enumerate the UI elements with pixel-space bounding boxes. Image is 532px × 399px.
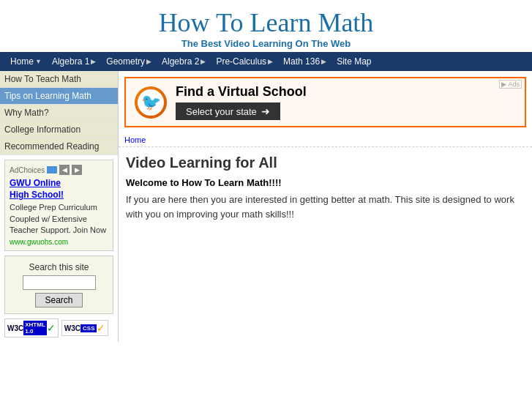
page-content: Video Learning for All Welcome to How To… bbox=[119, 147, 532, 228]
banner-text: Find a Virtual School Select your state … bbox=[176, 84, 516, 120]
nav-geometry-arrow: ▶ bbox=[146, 58, 151, 65]
ad-next-button[interactable]: ▶ bbox=[72, 165, 82, 175]
ad-title[interactable]: GWU OnlineHigh School! bbox=[10, 178, 108, 201]
nav-geometry-label: Geometry bbox=[106, 56, 145, 67]
nav-home-label: Home bbox=[10, 56, 34, 67]
nav-item-algebra1[interactable]: Algebra 1▶ bbox=[48, 55, 100, 68]
css-badge[interactable]: W3C CSS ✓ bbox=[61, 320, 109, 336]
nav-item-home[interactable]: Home▼ bbox=[6, 55, 46, 68]
content-title: Video Learning for All bbox=[126, 154, 525, 171]
css-label: CSS bbox=[80, 324, 97, 332]
school-icon: 🐦 bbox=[135, 86, 167, 119]
nav-item-algebra2[interactable]: Algebra 2▶ bbox=[157, 55, 210, 68]
search-button[interactable]: Search bbox=[35, 293, 82, 307]
sidebar-item-reading[interactable]: Recommended Reading bbox=[0, 138, 118, 155]
banner-select-button[interactable]: Select your state ➜ bbox=[176, 102, 280, 120]
main-content: ▶ Ads 🐦 Find a Virtual School Select you… bbox=[119, 71, 532, 342]
xhtml-badge[interactable]: W3C XHTML1.0 ✓ bbox=[4, 318, 59, 338]
nav-home-arrow: ▼ bbox=[35, 58, 42, 65]
w3c-label: W3C bbox=[7, 324, 23, 332]
nav-item-precalculus[interactable]: Pre-Calculus▶ bbox=[211, 55, 277, 68]
search-input[interactable] bbox=[23, 275, 96, 290]
sidebar-item-teach[interactable]: How To Teach Math bbox=[0, 71, 118, 88]
site-title: How To Learn Math bbox=[0, 7, 532, 38]
sidebar-item-why[interactable]: Why Math? bbox=[0, 105, 118, 122]
nav-item-math136[interactable]: Math 136▶ bbox=[279, 55, 331, 68]
site-subtitle: The Best Video Learning On The Web bbox=[0, 38, 532, 49]
ad-choices-icon bbox=[47, 166, 57, 174]
ad-choices-bar: AdChoices ◀ ▶ bbox=[10, 165, 108, 175]
sidebar-nav: How To Teach Math Tips on Learning Math … bbox=[0, 71, 118, 155]
page-layout: How To Teach Math Tips on Learning Math … bbox=[0, 71, 532, 342]
main-ad-banner: ▶ Ads 🐦 Find a Virtual School Select you… bbox=[124, 77, 526, 127]
ad-url[interactable]: www.gwuohs.com bbox=[10, 238, 108, 246]
nav-math136-label: Math 136 bbox=[283, 56, 320, 67]
nav-sitemap-label: Site Map bbox=[337, 56, 371, 67]
nav-precalculus-arrow: ▶ bbox=[268, 58, 273, 65]
ad-prev-button[interactable]: ◀ bbox=[59, 165, 70, 175]
breadcrumb[interactable]: Home bbox=[119, 133, 532, 147]
nav-algebra1-label: Algebra 1 bbox=[52, 56, 89, 67]
banner-title: Find a Virtual School bbox=[176, 84, 516, 100]
welcome-body: If you are here then you are interested … bbox=[126, 193, 525, 221]
school-icon-inner: 🐦 bbox=[138, 89, 164, 116]
w3c-css-label: W3C bbox=[64, 324, 80, 332]
breadcrumb-home[interactable]: Home bbox=[124, 135, 146, 144]
ad-body: College Prep Curriculum Coupled w/ Exten… bbox=[10, 202, 108, 236]
css-check: ✓ bbox=[97, 322, 105, 334]
nav-item-geometry[interactable]: Geometry▶ bbox=[102, 55, 156, 68]
sidebar-item-college[interactable]: College Information bbox=[0, 122, 118, 138]
xhtml-label: XHTML1.0 bbox=[23, 321, 47, 335]
ad-tag: ▶ Ads bbox=[499, 80, 522, 89]
ad-choices-label: AdChoices bbox=[10, 166, 45, 174]
banner-button-label: Select your state bbox=[186, 106, 257, 117]
sidebar-item-tips[interactable]: Tips on Learning Math bbox=[0, 88, 118, 105]
nav-algebra2-label: Algebra 2 bbox=[162, 56, 199, 67]
w3c-badges: W3C XHTML1.0 ✓ W3C CSS ✓ bbox=[4, 318, 113, 338]
sidebar-ad: AdChoices ◀ ▶ GWU OnlineHigh School! Col… bbox=[4, 160, 113, 251]
nav-precalculus-label: Pre-Calculus bbox=[216, 56, 266, 67]
banner-arrow-icon: ➜ bbox=[261, 105, 270, 117]
search-label: Search this site bbox=[11, 262, 107, 272]
nav-math136-arrow: ▶ bbox=[321, 58, 326, 65]
sidebar: How To Teach Math Tips on Learning Math … bbox=[0, 71, 119, 342]
search-box: Search this site Search bbox=[4, 256, 113, 314]
school-bird-icon: 🐦 bbox=[141, 93, 161, 112]
nav-item-sitemap[interactable]: Site Map bbox=[332, 55, 375, 68]
page-header: How To Learn Math The Best Video Learnin… bbox=[0, 0, 532, 52]
main-nav: Home▼ Algebra 1▶ Geometry▶ Algebra 2▶ Pr… bbox=[0, 52, 532, 71]
xhtml-check: ✓ bbox=[47, 322, 56, 334]
nav-algebra2-arrow: ▶ bbox=[201, 58, 206, 65]
nav-algebra1-arrow: ▶ bbox=[91, 58, 96, 65]
welcome-heading: Welcome to How To Learn Math!!!! bbox=[126, 177, 525, 188]
